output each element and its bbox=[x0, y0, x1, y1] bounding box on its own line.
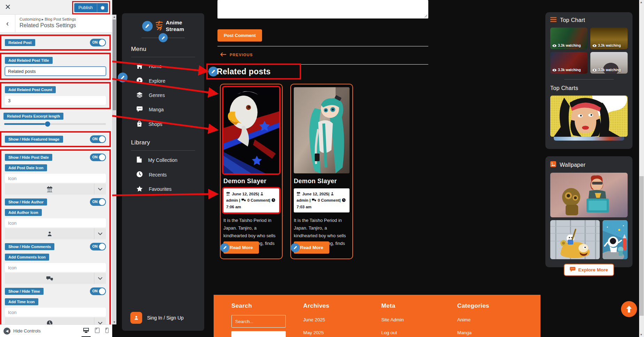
customizer-scrollbar-thumb[interactable] bbox=[113, 20, 116, 110]
nav-item-genres[interactable]: Genres bbox=[122, 88, 204, 103]
post-time: 7:06 am bbox=[226, 205, 241, 209]
edit-readmore-pencil-icon[interactable] bbox=[220, 243, 229, 252]
time-label: Show / Hide Time bbox=[5, 288, 44, 295]
customizer-scrollbar[interactable]: ▲ ▼ bbox=[112, 15, 116, 324]
add-author-icon-label: Add Author Icon bbox=[5, 209, 42, 216]
mobile-preview-icon[interactable] bbox=[105, 328, 109, 335]
post-title[interactable]: Demon Slayer bbox=[294, 178, 350, 185]
author-icon-picker[interactable] bbox=[5, 228, 106, 239]
footer-category-link[interactable]: Manga bbox=[457, 330, 489, 335]
post-date-toggle[interactable]: ON bbox=[90, 153, 106, 161]
featured-image-control: Show / Hide Featured Image ON bbox=[0, 131, 111, 147]
top-chart-thumb[interactable]: 3.3k watching bbox=[550, 52, 588, 74]
edit-pencil-icon[interactable] bbox=[118, 73, 128, 82]
nav-item-home[interactable]: Home bbox=[122, 59, 204, 74]
related-post-card[interactable]: Demon Slayer June 12, 2025| admin | 0 Co… bbox=[220, 84, 283, 259]
nav-item-recents[interactable]: Recents bbox=[122, 167, 204, 182]
comments-picker-chevron-down-icon[interactable] bbox=[94, 273, 106, 284]
desktop-preview-icon[interactable] bbox=[83, 328, 89, 335]
edit-divider-pencil-icon[interactable] bbox=[159, 33, 168, 42]
footer-archive-link[interactable]: June 2025 bbox=[303, 317, 329, 322]
publish-settings-gear-icon[interactable] bbox=[97, 3, 108, 12]
author-picker-chevron-down-icon[interactable] bbox=[94, 228, 106, 239]
post-title[interactable]: Demon Slayer bbox=[223, 178, 279, 185]
top-charts-comic-image[interactable] bbox=[550, 96, 628, 137]
kanji-ai-logo-icon bbox=[155, 21, 164, 32]
explore-more-button[interactable]: Explore More bbox=[564, 264, 614, 276]
scrollbar-down-icon[interactable]: ▼ bbox=[112, 321, 116, 324]
comments-toggle[interactable]: ON bbox=[90, 243, 106, 250]
post-featured-image[interactable] bbox=[223, 87, 279, 173]
related-post-toggle[interactable]: ON bbox=[90, 39, 106, 46]
comment-textarea[interactable] bbox=[217, 0, 428, 18]
wallpaper-image-small[interactable] bbox=[603, 220, 628, 259]
add-time-icon-label: Add Time Icon bbox=[5, 298, 38, 305]
related-post-count-input[interactable] bbox=[5, 96, 106, 105]
author-icon-input[interactable] bbox=[5, 218, 106, 227]
post-meta: June 12, 2025| admin | 0 Comment| 7:03 a… bbox=[294, 188, 350, 212]
customizer-section-header: ‹ Customizing ▸ Blog Post Settings Relat… bbox=[0, 15, 112, 33]
nav-item-shops[interactable]: Shops bbox=[122, 117, 204, 132]
scroll-to-top-button[interactable] bbox=[621, 301, 637, 317]
footer-search-input[interactable] bbox=[231, 315, 286, 328]
footer-meta-link[interactable]: Log out bbox=[381, 330, 404, 335]
wallpaper-image-large[interactable] bbox=[550, 173, 628, 217]
sign-in-button[interactable]: Sing In / Sign Up bbox=[130, 312, 184, 324]
date-icon-input[interactable] bbox=[5, 174, 106, 183]
page-scroll-up-icon[interactable]: ▲ bbox=[639, 1, 643, 4]
time-icon-picker[interactable] bbox=[5, 317, 106, 324]
scrollbar-up-icon[interactable]: ▲ bbox=[112, 15, 116, 18]
related-post-card[interactable]: Demon Slayer June 12, 2025| admin | 0 Co… bbox=[290, 84, 353, 259]
footer-category-link[interactable]: Anime bbox=[457, 317, 489, 322]
comments-icon-picker[interactable] bbox=[5, 273, 106, 284]
footer-meta-link[interactable]: Site Admin bbox=[381, 317, 404, 322]
previous-post-link[interactable]: PREVIOUS bbox=[220, 52, 253, 57]
publish-button[interactable]: Publish bbox=[74, 3, 108, 12]
excerpt-length-control: Related Posts Excerpt length bbox=[0, 111, 111, 128]
site-logo[interactable]: AnimeStream bbox=[122, 13, 204, 33]
chat-bubbles-icon bbox=[5, 273, 94, 284]
author-toggle[interactable]: ON bbox=[90, 198, 106, 206]
time-picker-chevron-down-icon[interactable] bbox=[94, 317, 106, 324]
footer-search-submit-button[interactable] bbox=[231, 331, 286, 337]
nav-item-favourites[interactable]: Favourites bbox=[122, 182, 204, 196]
panel-title: Related Posts Settings bbox=[20, 22, 76, 29]
add-comments-icon-label: Add Comments Icon bbox=[5, 254, 49, 261]
time-toggle[interactable]: ON bbox=[90, 287, 106, 295]
top-chart-thumb[interactable]: 3.3k watching bbox=[550, 28, 588, 49]
edit-logo-pencil-icon[interactable] bbox=[142, 21, 153, 31]
footer-archive-link[interactable]: May 2025 bbox=[303, 330, 329, 335]
wallpaper-image-small[interactable] bbox=[550, 220, 600, 259]
back-chevron-icon[interactable]: ‹ bbox=[0, 15, 15, 32]
post-time: 7:03 am bbox=[297, 205, 312, 209]
add-title-label: Add Related Post Title bbox=[5, 57, 53, 64]
page-scrollbar[interactable]: ▲ ▼ bbox=[639, 0, 644, 337]
excerpt-length-slider[interactable] bbox=[4, 123, 106, 125]
tablet-preview-icon[interactable] bbox=[95, 328, 100, 335]
post-comment-button[interactable]: Post Comment bbox=[217, 29, 262, 42]
close-customizer-icon[interactable] bbox=[3, 3, 12, 12]
featured-image-toggle[interactable]: ON bbox=[90, 135, 106, 143]
page-scrollbar-thumb[interactable] bbox=[639, 176, 644, 316]
post-date-label: Show / Hide Post Date bbox=[5, 154, 52, 161]
top-chart-thumb[interactable]: 3.3k watching bbox=[590, 28, 628, 49]
nav-item-manga[interactable]: Manga bbox=[122, 103, 204, 117]
hide-controls-label[interactable]: Hide Controls bbox=[13, 328, 41, 334]
collapse-icon[interactable]: ◀ bbox=[3, 328, 10, 335]
related-post-title-input[interactable] bbox=[5, 67, 106, 76]
footer-meta-heading: Meta bbox=[381, 302, 404, 309]
edit-readmore-pencil-icon[interactable] bbox=[291, 243, 300, 252]
date-picker-chevron-down-icon[interactable] bbox=[94, 184, 106, 195]
time-icon-input[interactable] bbox=[5, 308, 106, 317]
top-chart-thumb[interactable]: 3.3k watching bbox=[590, 52, 628, 74]
post-featured-image[interactable] bbox=[294, 87, 350, 173]
speech-bubble-icon bbox=[137, 106, 143, 113]
library-heading: Library bbox=[131, 139, 204, 146]
page-scroll-down-icon[interactable]: ▼ bbox=[639, 333, 643, 336]
nav-item-explore[interactable]: Explore bbox=[122, 74, 204, 88]
comments-icon-input[interactable] bbox=[5, 263, 106, 272]
nav-item-my-collection[interactable]: My Collection bbox=[122, 153, 204, 167]
publish-label[interactable]: Publish bbox=[74, 3, 97, 12]
date-icon-picker[interactable] bbox=[5, 184, 106, 195]
slider-thumb[interactable] bbox=[45, 121, 50, 127]
